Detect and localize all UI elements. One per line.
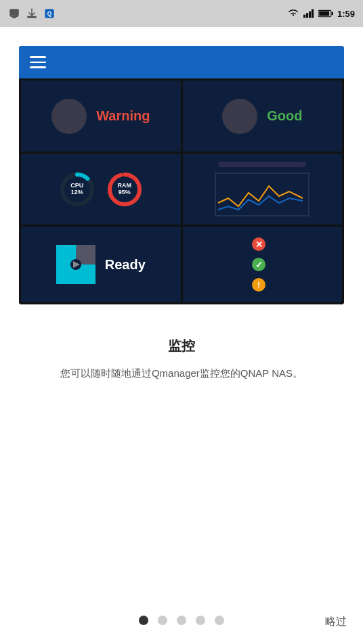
dot-3[interactable]: [177, 616, 186, 625]
chart-svg-container: [215, 172, 309, 216]
cpu-label: CPU 12%: [70, 182, 83, 197]
ready-pie: [56, 245, 95, 284]
dot-4[interactable]: [196, 616, 205, 625]
warning-cell[interactable]: Warning: [21, 80, 181, 152]
wifi-icon: [287, 9, 299, 18]
status-bar-right: 1:59: [287, 9, 355, 19]
app-icon: Q: [43, 7, 56, 20]
ram-gauge: RAM 95%: [106, 170, 144, 208]
hamburger-menu[interactable]: [30, 56, 46, 68]
section-title: 监控: [60, 337, 303, 355]
app-grid: Warning Good CPU 12%: [19, 78, 344, 304]
dot-1[interactable]: [139, 616, 148, 625]
app-card: Warning Good CPU 12%: [19, 46, 344, 304]
battery-icon: [318, 9, 333, 18]
skip-button[interactable]: 略过: [325, 615, 347, 629]
section-description: 您可以随时随地通过Qmanager监控您的QNAP NAS。: [60, 365, 303, 382]
time-display: 1:59: [337, 9, 355, 19]
svg-rect-6: [309, 12, 311, 18]
signal-icon: [303, 9, 314, 18]
warning-avatar: [51, 99, 87, 134]
error-icon: ✕: [252, 237, 265, 251]
warning-label: Warning: [96, 108, 150, 124]
ready-cell[interactable]: Ready: [21, 227, 181, 302]
chart-bar: [218, 162, 306, 167]
svg-text:Q: Q: [47, 11, 52, 17]
chart-cell[interactable]: [183, 154, 343, 225]
main-area: Warning Good CPU 12%: [0, 27, 363, 644]
dot-2[interactable]: [158, 616, 167, 625]
text-section: 监控 您可以随时随地通过Qmanager监控您的QNAP NAS。: [33, 337, 330, 382]
svg-rect-9: [319, 11, 329, 16]
status-list-cell[interactable]: ✕ ✓ !: [183, 227, 343, 302]
svg-marker-1: [9, 16, 19, 19]
ok-icon: ✓: [252, 258, 265, 271]
good-cell[interactable]: Good: [183, 80, 343, 152]
warning-icon: !: [252, 278, 265, 292]
status-bar: Q 1:59: [0, 0, 363, 27]
status-row-warning: !: [252, 278, 272, 292]
svg-rect-4: [303, 15, 305, 18]
dot-5[interactable]: [215, 616, 224, 625]
good-label: Good: [267, 108, 302, 124]
ram-label: RAM 95%: [118, 182, 132, 197]
download-icon: [26, 7, 38, 20]
good-avatar: [222, 99, 257, 134]
svg-rect-7: [312, 9, 314, 18]
cpu-gauge: CPU 12%: [58, 170, 96, 208]
ready-label: Ready: [105, 257, 146, 273]
pagination: [0, 616, 363, 625]
status-row-ok: ✓: [252, 258, 272, 271]
svg-rect-0: [9, 9, 19, 16]
notification-icon: [8, 7, 20, 20]
status-row-error: ✕: [252, 237, 272, 251]
svg-rect-10: [332, 12, 333, 16]
app-header: [19, 46, 344, 78]
status-bar-left: Q: [8, 7, 56, 20]
cpu-ram-cell[interactable]: CPU 12% RAM 95%: [21, 154, 181, 225]
svg-rect-5: [306, 13, 308, 18]
